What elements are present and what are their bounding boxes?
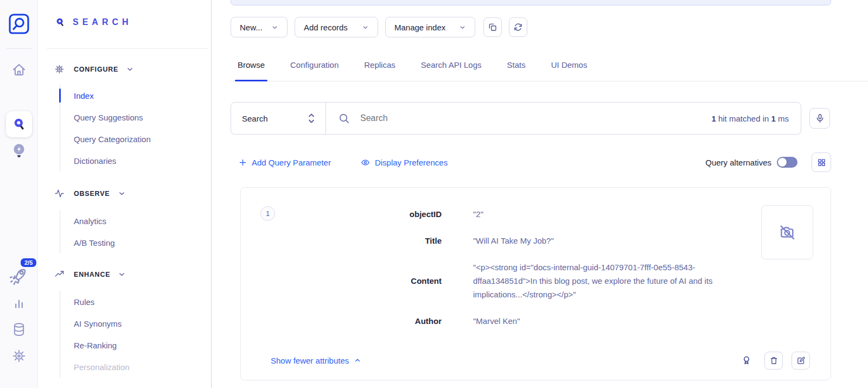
camera-off-icon	[778, 223, 796, 241]
sidebar-item-rules[interactable]: Rules	[60, 291, 130, 313]
sidebar-item-re-ranking[interactable]: Re-Ranking	[60, 334, 130, 356]
ranking-info-icon[interactable]	[741, 354, 752, 367]
attribute-row: objectID "2"	[257, 207, 757, 221]
show-fewer-attributes-link[interactable]: Show fewer attributes	[271, 356, 361, 365]
section-enhance[interactable]: ENHANCE	[54, 269, 126, 279]
section-observe[interactable]: OBSERVE	[54, 188, 126, 199]
sort-chevrons-icon	[307, 112, 316, 124]
section-label: OBSERVE	[74, 190, 110, 198]
gear-icon	[54, 64, 65, 74]
new-dropdown-button[interactable]: New...	[231, 17, 288, 37]
eye-icon	[361, 158, 370, 167]
algolia-logo[interactable]	[7, 12, 31, 36]
pulse-icon	[54, 188, 65, 199]
analytics-bars-icon[interactable]	[0, 296, 38, 311]
sidebar-item-query-categorization[interactable]: Query Categorization	[60, 128, 151, 150]
refresh-icon[interactable]	[509, 17, 527, 37]
sidebar-item-dictionaries[interactable]: Dictionaries	[60, 150, 151, 171]
tab-search-api-logs[interactable]: Search API Logs	[418, 56, 484, 81]
edit-record-icon[interactable]	[792, 352, 810, 370]
observe-items: Analytics A/B Testing	[60, 210, 115, 253]
search-row: Search 1 hit matched in 1 ms	[231, 102, 830, 135]
recommend-bulb-icon[interactable]	[0, 142, 38, 160]
tab-browse[interactable]: Browse	[235, 56, 267, 81]
index-toolbar: New... Add records Manage index	[231, 17, 527, 37]
chevron-down-icon	[459, 24, 466, 31]
chevron-down-icon	[118, 189, 126, 198]
section-label: ENHANCE	[74, 271, 110, 278]
sidebar-item-query-suggestions[interactable]: Query Suggestions	[60, 106, 151, 128]
add-query-parameter-link[interactable]: Add Query Parameter	[239, 158, 331, 167]
record-image-placeholder	[761, 205, 813, 259]
attribute-row: Content "<p><strong id="docs-internal-gu…	[257, 260, 757, 301]
search-box: Search 1 hit matched in 1 ms	[231, 102, 801, 135]
attribute-value: "<p><strong id="docs-internal-guid-14079…	[473, 260, 757, 301]
home-icon[interactable]	[0, 62, 38, 78]
display-preferences-link[interactable]: Display Preferences	[361, 158, 448, 167]
sidebar-item-ab-testing[interactable]: A/B Testing	[60, 232, 115, 253]
chevron-down-icon	[362, 24, 369, 31]
search-magnifier-icon	[54, 16, 66, 28]
plus-icon	[239, 158, 247, 167]
add-records-dropdown-button[interactable]: Add records	[295, 17, 378, 37]
tab-stats[interactable]: Stats	[505, 56, 528, 81]
search-sidebar: SEARCH CONFIGURE Index Query Suggestions…	[38, 0, 212, 388]
sidebar-item-index[interactable]: Index	[60, 85, 151, 106]
index-main-panel: New... Add records Manage index	[212, 0, 868, 388]
index-tabs: Browse Configuration Replicas Search API…	[231, 56, 868, 81]
global-nav-rail: 2/5	[0, 0, 38, 388]
trending-up-icon	[54, 269, 65, 279]
query-controls-row: Add Query Parameter Display Preferences …	[231, 154, 831, 171]
settings-gear-icon[interactable]	[0, 348, 38, 364]
chevron-down-icon	[271, 24, 278, 31]
search-mode-label: Search	[242, 114, 268, 123]
index-selector-bar-partial[interactable]	[231, 0, 831, 5]
toggle-knob	[778, 158, 787, 167]
layout-grid-icon[interactable]	[812, 152, 831, 172]
section-label: CONFIGURE	[74, 66, 118, 73]
attribute-label: Title	[257, 236, 442, 245]
search-product-icon[interactable]	[6, 111, 32, 137]
search-input[interactable]	[360, 113, 701, 123]
hits-status: 1 hit matched in 1 ms	[711, 114, 789, 123]
attribute-value: "Will AI Take My Job?"	[473, 234, 757, 247]
tab-ui-demos[interactable]: UI Demos	[548, 56, 590, 81]
upgrade-rocket-icon[interactable]: 2/5	[8, 266, 30, 289]
attribute-row: Title "Will AI Take My Job?"	[257, 234, 757, 247]
copy-icon[interactable]	[483, 17, 502, 37]
search-icon	[338, 112, 350, 125]
search-input-wrap: 1 hit matched in 1 ms	[326, 103, 801, 134]
divider	[7, 48, 31, 49]
configure-items: Index Query Suggestions Query Categoriza…	[60, 85, 151, 171]
microphone-icon[interactable]	[809, 108, 830, 129]
attribute-value: "Marvel Ken"	[473, 314, 757, 328]
attribute-label: Content	[257, 276, 442, 285]
delete-record-icon[interactable]	[764, 352, 783, 370]
usage-badge: 2/5	[20, 257, 37, 268]
database-icon[interactable]	[0, 321, 38, 338]
tab-replicas[interactable]: Replicas	[361, 56, 398, 81]
sidebar-item-analytics[interactable]: Analytics	[60, 210, 115, 232]
chevron-down-icon	[126, 65, 134, 73]
record-card: 1 objectID "2" Title "Will AI Take My Jo…	[240, 187, 831, 380]
record-card-footer: Show fewer attributes	[271, 349, 810, 371]
attribute-row: Author "Marvel Ken"	[257, 314, 757, 328]
manage-index-dropdown-button[interactable]: Manage index	[385, 17, 475, 37]
chevron-up-icon	[354, 357, 361, 364]
sidebar-item-personalization[interactable]: Personalization	[60, 356, 130, 378]
section-configure[interactable]: CONFIGURE	[54, 64, 134, 74]
record-attributes: objectID "2" Title "Will AI Take My Job?…	[257, 207, 757, 341]
chevron-down-icon	[118, 270, 126, 278]
divider	[47, 48, 208, 49]
search-mode-select[interactable]: Search	[231, 103, 326, 134]
tab-configuration[interactable]: Configuration	[288, 56, 341, 81]
algolia-dashboard: 2/5	[0, 0, 868, 388]
product-header: SEARCH	[54, 16, 132, 28]
enhance-items: Rules AI Synonyms Re-Ranking Personaliza…	[60, 291, 130, 378]
sidebar-item-ai-synonyms[interactable]: AI Synonyms	[60, 313, 130, 334]
query-alternatives-toggle[interactable]	[777, 157, 797, 168]
attribute-value: "2"	[473, 207, 757, 221]
attribute-label: Author	[257, 316, 442, 326]
attribute-label: objectID	[257, 209, 442, 219]
query-alternatives-label: Query alternatives	[705, 158, 771, 167]
